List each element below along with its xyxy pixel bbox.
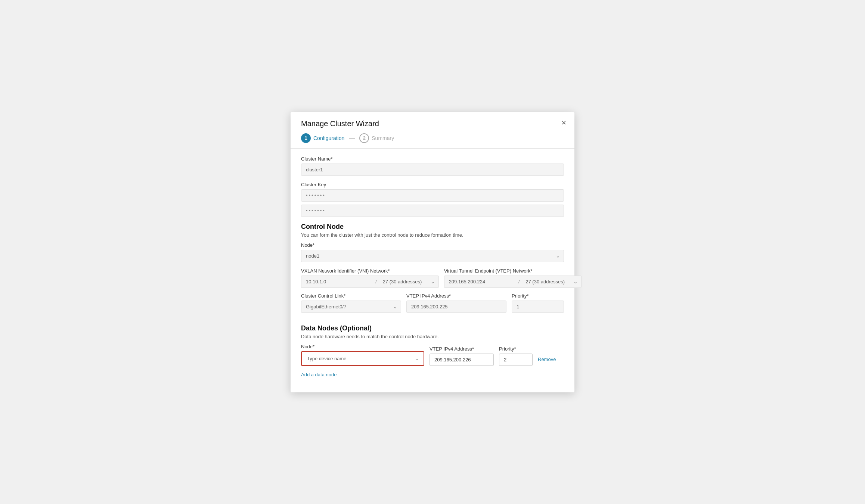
- data-node-priority-group: Priority*: [499, 346, 533, 366]
- priority-label: Priority*: [512, 293, 564, 299]
- step-divider: —: [349, 135, 355, 141]
- vtep-ipv4-group: VTEP IPv4 Address*: [406, 293, 506, 313]
- cluster-name-label: Cluster Name*: [301, 156, 564, 162]
- data-node-select-wrapper: Type device name ⌄: [303, 353, 423, 364]
- remove-col: Remove: [538, 354, 564, 366]
- section-divider: [301, 319, 564, 319]
- vni-network-label: VXLAN Network Identifier (VNI) Network*: [301, 268, 439, 274]
- data-node-priority-label: Priority*: [499, 346, 533, 352]
- wizard-steps: 1 Configuration — 2 Summary: [301, 133, 564, 148]
- vtep-slash: /: [516, 276, 522, 288]
- data-node-priority-input[interactable]: [499, 354, 533, 366]
- add-data-node-button[interactable]: Add a data node: [301, 372, 337, 377]
- cluster-key-input-1[interactable]: [301, 189, 564, 202]
- vni-slash: /: [373, 276, 379, 288]
- cluster-control-link-wrapper: GigabitEthernet0/7 ⌄: [301, 301, 401, 313]
- node-select[interactable]: node1: [301, 250, 564, 262]
- manage-cluster-dialog: Manage Cluster Wizard × 1 Configuration …: [291, 112, 574, 392]
- data-nodes-section: Data Nodes (Optional) Data node hardware…: [301, 324, 564, 377]
- cluster-control-link-select[interactable]: GigabitEthernet0/7: [301, 301, 401, 313]
- close-button[interactable]: ×: [561, 119, 566, 127]
- control-node-section: Control Node You can form the cluster wi…: [301, 223, 564, 313]
- vtep-ipv4-input[interactable]: [406, 301, 506, 313]
- cluster-name-group: Cluster Name*: [301, 156, 564, 176]
- priority-group: Priority*: [512, 293, 564, 313]
- cluster-name-input[interactable]: [301, 164, 564, 176]
- node-group: Node* node1 ⌄: [301, 242, 564, 262]
- cluster-control-link-label: Cluster Control Link*: [301, 293, 401, 299]
- control-link-row: Cluster Control Link* GigabitEthernet0/7…: [301, 293, 564, 313]
- cluster-key-label: Cluster Key: [301, 182, 564, 187]
- vtep-cidr-wrapper: 27 (30 addresses) ⌄: [522, 276, 582, 288]
- data-node-select[interactable]: Type device name: [303, 353, 423, 364]
- vni-cidr-wrapper: 27 (30 addresses) ⌄: [379, 276, 439, 288]
- step-2-label: Summary: [372, 135, 394, 141]
- vni-ip-input[interactable]: [301, 276, 373, 288]
- step-1-circle: 1: [301, 133, 311, 143]
- vtep-cidr-select[interactable]: 27 (30 addresses): [522, 276, 582, 288]
- network-row: VXLAN Network Identifier (VNI) Network* …: [301, 268, 564, 288]
- data-node-vtep-label: VTEP IPv4 Address*: [430, 346, 494, 352]
- vtep-network-label: Virtual Tunnel Endpoint (VTEP) Network*: [444, 268, 582, 274]
- data-nodes-subtitle: Data node hardware needs to match the co…: [301, 334, 564, 339]
- control-node-subtitle: You can form the cluster with just the c…: [301, 232, 564, 238]
- vtep-ip-input[interactable]: [444, 276, 516, 288]
- node-label: Node*: [301, 242, 564, 248]
- step-1-label: Configuration: [313, 135, 344, 141]
- dialog-body: Cluster Name* Cluster Key Control Node Y…: [291, 149, 574, 377]
- dialog-header: Manage Cluster Wizard × 1 Configuration …: [291, 112, 574, 149]
- dialog-title: Manage Cluster Wizard: [301, 119, 564, 128]
- vni-cidr-select[interactable]: 27 (30 addresses): [379, 276, 439, 288]
- vtep-ipv4-label: VTEP IPv4 Address*: [406, 293, 506, 299]
- cluster-key-input-2[interactable]: [301, 205, 564, 217]
- priority-input[interactable]: [512, 301, 564, 313]
- cluster-control-link-group: Cluster Control Link* GigabitEthernet0/7…: [301, 293, 401, 313]
- data-node-select-box: Type device name ⌄: [301, 351, 424, 366]
- vni-network-group: VXLAN Network Identifier (VNI) Network* …: [301, 268, 439, 288]
- vtep-network-input-row: / 27 (30 addresses) ⌄: [444, 276, 582, 288]
- data-node-vtep-group: VTEP IPv4 Address*: [430, 346, 494, 366]
- cluster-key-group: Cluster Key: [301, 182, 564, 217]
- control-node-title: Control Node: [301, 223, 564, 231]
- vni-network-input-row: / 27 (30 addresses) ⌄: [301, 276, 439, 288]
- step-2-circle: 2: [359, 133, 369, 143]
- node-select-wrapper: node1 ⌄: [301, 250, 564, 262]
- step-2: 2 Summary: [359, 133, 394, 143]
- vtep-network-group: Virtual Tunnel Endpoint (VTEP) Network* …: [444, 268, 582, 288]
- step-1: 1 Configuration: [301, 133, 344, 143]
- data-node-node-group: Node* Type device name ⌄: [301, 344, 424, 366]
- data-node-row: Node* Type device name ⌄ VTEP IPv4 Addre…: [301, 344, 564, 366]
- data-node-vtep-input[interactable]: [430, 354, 494, 366]
- data-node-label: Node*: [301, 344, 424, 349]
- data-nodes-title: Data Nodes (Optional): [301, 324, 564, 332]
- remove-button[interactable]: Remove: [538, 354, 556, 365]
